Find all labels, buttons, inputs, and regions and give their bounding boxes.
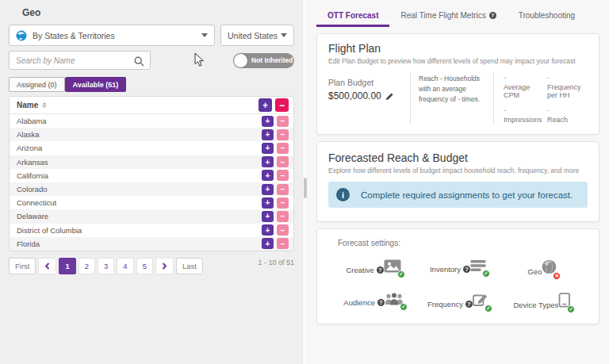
add-state-button[interactable]: + xyxy=(262,211,274,222)
remove-state-button[interactable]: − xyxy=(277,116,289,127)
globe-icon[interactable]: ✕ xyxy=(542,259,557,278)
image-icon[interactable]: ✓ xyxy=(384,259,401,276)
inherited-toggle[interactable]: Not Inherited xyxy=(233,53,294,68)
help-icon[interactable]: ? xyxy=(377,266,384,274)
pagination-first-button[interactable]: First xyxy=(9,258,36,274)
pagination-page-3[interactable]: 3 xyxy=(98,258,114,274)
remove-state-button[interactable]: − xyxy=(277,224,289,236)
remove-state-button[interactable]: − xyxy=(277,211,289,222)
row-actions: +− xyxy=(262,129,289,140)
setting-label-audience: Audience? xyxy=(343,298,385,307)
row-actions: +− xyxy=(262,211,289,222)
pagination-page-5[interactable]: 5 xyxy=(136,258,153,274)
state-name: District of Columbia xyxy=(17,226,262,235)
help-icon[interactable]: ? xyxy=(377,299,385,306)
row-actions: +− xyxy=(262,197,289,209)
header-actions: + − xyxy=(259,98,289,112)
pagination-next-button[interactable] xyxy=(155,258,174,274)
name-column-header[interactable]: Name xyxy=(17,101,38,109)
search-input-wrap xyxy=(9,51,151,70)
metric-value: - xyxy=(547,74,588,82)
country-dropdown[interactable]: United States xyxy=(220,25,294,46)
pagination-page-2[interactable]: 2 xyxy=(79,258,95,274)
remove-state-button[interactable]: − xyxy=(277,143,289,154)
flight-plan-card: Flight Plan Edit Plan Budget to preview … xyxy=(316,33,599,135)
table-row[interactable]: Delaware+− xyxy=(10,209,293,223)
help-icon[interactable]: ? xyxy=(489,12,496,19)
state-name: Florida xyxy=(17,239,262,248)
remove-state-button[interactable]: − xyxy=(277,197,289,209)
pagination-page-4[interactable]: 4 xyxy=(117,258,133,274)
list-icon[interactable]: ✓ xyxy=(470,259,486,275)
remove-state-button[interactable]: − xyxy=(277,184,289,195)
pagination-page-1[interactable]: 1 xyxy=(59,258,75,274)
add-state-button[interactable]: + xyxy=(262,156,274,167)
tab-assigned[interactable]: Assigned (0) xyxy=(9,77,65,92)
status-complete-badge: ✓ xyxy=(397,270,405,278)
setting-label-text: Device Types xyxy=(513,301,558,309)
help-icon[interactable]: ? xyxy=(465,301,473,308)
forecast-settings-grid: Creative?✓Inventory?✓Geo✕Audience?✓Frequ… xyxy=(331,255,584,311)
table-row[interactable]: District of Columbia+− xyxy=(10,224,293,237)
remove-all-button[interactable]: − xyxy=(275,98,289,112)
state-name: Connecticut xyxy=(17,198,262,207)
tab-available[interactable]: Available (51) xyxy=(65,77,127,92)
table-row[interactable]: Connecticut+− xyxy=(10,196,293,209)
table-row[interactable]: Alabama+− xyxy=(10,114,293,128)
metrics-grid: -Average CPM-Frequency per HH-Impression… xyxy=(494,72,588,124)
flight-plan-content: Plan Budget $500,000.00 Reach - Househol… xyxy=(328,72,588,124)
people-icon[interactable]: ✓ xyxy=(385,293,404,308)
metric-value: - xyxy=(504,106,544,114)
remove-state-button[interactable]: − xyxy=(277,129,289,140)
help-icon[interactable]: ? xyxy=(463,266,470,273)
add-state-button[interactable]: + xyxy=(262,143,274,154)
state-name: Alabama xyxy=(17,117,262,125)
table-row[interactable]: Arkansas+− xyxy=(10,155,293,169)
tab-troubleshooting[interactable]: Troubleshooting xyxy=(508,5,586,27)
pagination-range-label: 1 - 10 of 51 xyxy=(258,259,294,266)
pagination-prev-button[interactable] xyxy=(38,258,56,274)
states-table-body: Alabama+−Alaska+−Arizona+−Arkansas+−Cali… xyxy=(10,114,293,251)
table-row[interactable]: Arizona+− xyxy=(10,141,293,155)
add-state-button[interactable]: + xyxy=(262,197,274,209)
edit-budget-icon[interactable] xyxy=(385,92,394,101)
geo-type-dropdown[interactable]: By States & Territories xyxy=(9,25,215,46)
edit-icon[interactable]: ✓ xyxy=(473,293,488,310)
add-all-button[interactable]: + xyxy=(259,98,272,112)
add-state-button[interactable]: + xyxy=(262,116,274,127)
globe-icon xyxy=(16,30,27,41)
sort-icon[interactable] xyxy=(42,102,47,108)
remove-state-button[interactable]: − xyxy=(277,156,289,167)
table-row[interactable]: Colorado+− xyxy=(10,182,293,196)
screen: Geo By States & Territories United State… xyxy=(0,0,609,364)
search-input[interactable] xyxy=(10,52,150,69)
geo-type-value: By States & Territories xyxy=(33,31,115,40)
flight-plan-title: Flight Plan xyxy=(328,42,588,55)
remove-state-button[interactable]: − xyxy=(277,170,289,181)
row-actions: +− xyxy=(262,116,289,127)
table-row[interactable]: Alaska+− xyxy=(10,128,293,141)
add-state-button[interactable]: + xyxy=(262,224,274,236)
tab-ott-forecast[interactable]: OTT Forecast xyxy=(316,5,389,27)
table-row[interactable]: California+− xyxy=(10,169,293,182)
tab-label: Troubleshooting xyxy=(519,11,575,20)
pagination-last-button[interactable]: Last xyxy=(176,258,203,274)
setting-label-text: Audience xyxy=(343,298,375,307)
tab-real-time-flight-metrics[interactable]: Real Time Flight Metrics ? xyxy=(389,5,507,27)
add-state-button[interactable]: + xyxy=(262,129,274,140)
row-actions: +− xyxy=(262,143,289,154)
add-state-button[interactable]: + xyxy=(262,170,274,181)
info-icon: i xyxy=(336,188,350,201)
plan-budget-block: Plan Budget $500,000.00 xyxy=(328,72,410,124)
table-row[interactable]: Florida+− xyxy=(10,237,293,251)
assignment-tabs: Assigned (0) Available (51) xyxy=(9,77,294,92)
flight-plan-subtitle: Edit Plan Budget to preview how differen… xyxy=(328,57,588,65)
setting-label-creative: Creative? xyxy=(346,266,383,274)
metric-reach: -Reach xyxy=(547,106,588,124)
add-state-button[interactable]: + xyxy=(262,184,274,195)
add-state-button[interactable]: + xyxy=(262,238,274,249)
state-name: Alaska xyxy=(17,130,262,139)
device-icon[interactable]: ✓ xyxy=(558,293,571,311)
remove-state-button[interactable]: − xyxy=(277,238,289,249)
state-name: Colorado xyxy=(17,185,262,193)
